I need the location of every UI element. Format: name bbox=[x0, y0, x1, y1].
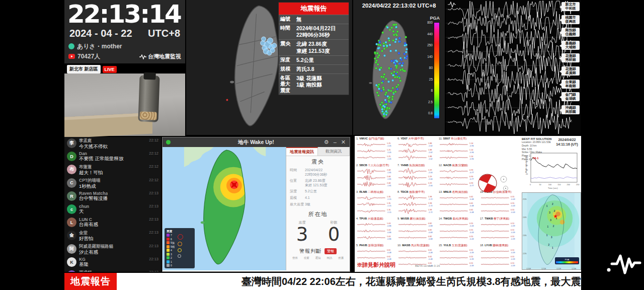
legend-marker bbox=[178, 254, 181, 258]
best-fit-line: Depth: 10 km bbox=[522, 144, 553, 148]
chat-message: 李李孟庭22:12今天搖不停欸 bbox=[64, 137, 161, 150]
legend-level: 5強 bbox=[167, 241, 175, 244]
alert-judgement-title: 警報判斷 bbox=[299, 248, 321, 255]
legend-marker bbox=[178, 242, 182, 246]
beta-version-note: BETA version 0.16 bbox=[415, 264, 440, 267]
close-button[interactable]: ✕ bbox=[341, 139, 346, 146]
report-row: 深度5.2公里 bbox=[279, 55, 349, 64]
pulse-icon bbox=[139, 54, 146, 59]
chat-message: 丙丙戌貓22:13好大 bbox=[64, 269, 161, 272]
svg-text:-1.81: -1.81 bbox=[387, 172, 391, 174]
chat-author: 布蓮蓮 bbox=[79, 164, 92, 170]
streamer-name: ありさ・mother bbox=[77, 42, 122, 51]
chat-message: 金金堂22:13好害怕 bbox=[64, 229, 161, 242]
minimize-button[interactable]: – bbox=[334, 139, 337, 146]
svg-text:-2.00: -2.00 bbox=[428, 185, 433, 187]
legend-level: 3 bbox=[167, 253, 175, 256]
focal-mechanism-beachball bbox=[477, 172, 518, 194]
window-title: 地牛 Wake Up! bbox=[163, 139, 350, 146]
stream-frame: 22:13:14 2024 - 04 - 22 UTC+8 ありさ・mother… bbox=[0, 0, 644, 290]
live-chat-panel[interactable]: 李李孟庭22:12今天搖不停欸DDan22:12不要慌 正常能量釋放布布蓮蓮22… bbox=[64, 137, 161, 272]
svg-text:0.93: 0.93 bbox=[469, 176, 473, 178]
intensity-map[interactable]: 震度 765強5弱43210 bbox=[163, 147, 286, 270]
chat-text: 超大！可怕 bbox=[79, 170, 158, 175]
waveform-wall-panel: 新北市中和區桃園市復興區南投縣信義鄉嘉義縣大埔鄉花蓮縣秀林鄉花蓮縣卓溪鄉台東縣卑… bbox=[446, 0, 581, 135]
chat-message: CCPT的喵喵22:121秒熟成 bbox=[64, 177, 161, 190]
station-tag: 台東縣卑南鄉 bbox=[561, 80, 580, 89]
alert-channels: 音效視窗通知簡訊推播 bbox=[286, 255, 350, 261]
svg-text:-0.39: -0.39 bbox=[511, 225, 515, 227]
svg-text:-0.43: -0.43 bbox=[511, 211, 515, 213]
svg-text:1.25: 1.25 bbox=[387, 142, 390, 144]
svg-text:-0.68: -0.68 bbox=[428, 225, 433, 227]
svg-text:-0.48: -0.48 bbox=[469, 211, 474, 213]
svg-text:1.25: 1.25 bbox=[387, 149, 390, 151]
svg-text:0.51: 0.51 bbox=[511, 256, 514, 258]
svg-text:-2.00: -2.00 bbox=[428, 178, 433, 180]
settings-gear-icon[interactable]: ⚙ bbox=[324, 139, 329, 146]
svg-text:-0.48: -0.48 bbox=[428, 258, 433, 260]
avatar: K bbox=[67, 257, 76, 267]
chat-timestamp: 22:13 bbox=[149, 191, 158, 196]
chat-message: RRaven Matcha22:13台中警報沒播 bbox=[64, 190, 161, 203]
svg-text:1.14: 1.14 bbox=[469, 142, 473, 144]
avatar: R bbox=[67, 191, 76, 201]
chat-author: KG bbox=[79, 257, 86, 262]
svg-text:1.14: 1.14 bbox=[469, 149, 473, 151]
station-tag: 桃園市復興區 bbox=[561, 15, 580, 24]
wakeup-side-panel: 地震速報資訊 觀測資訊 震央 時間2024/04/22 22時06分36秒位置北… bbox=[286, 147, 350, 270]
svg-text:-0.39: -0.39 bbox=[511, 232, 515, 234]
window-titlebar[interactable]: 地牛 Wake Up! ⚙ – ✕ bbox=[163, 137, 350, 147]
svg-text:50: 50 bbox=[539, 184, 541, 186]
svg-text:0.55: 0.55 bbox=[511, 202, 514, 204]
svg-text:0.61: 0.61 bbox=[387, 256, 390, 258]
svg-text:2.08: 2.08 bbox=[387, 176, 390, 178]
legend-level: 1 bbox=[167, 260, 175, 263]
rmt-station-cell: 7. YHNB 魚池(南投縣)2.29-2.002.29-2.002.29-2.… bbox=[397, 164, 438, 190]
svg-text:0: 0 bbox=[530, 184, 531, 186]
tab-observation[interactable]: 觀測資訊 bbox=[318, 147, 350, 156]
svg-text:0.61: 0.61 bbox=[469, 209, 473, 211]
svg-text:0.61: 0.61 bbox=[428, 249, 432, 251]
shakemap-legend: PGA bbox=[555, 257, 579, 264]
map-legend: 震度 765強5弱43210 bbox=[165, 228, 195, 269]
tab-eew-info[interactable]: 地震速報資訊 bbox=[286, 147, 318, 156]
location-title: 所在地 bbox=[286, 210, 350, 218]
svg-text:-1.05: -1.05 bbox=[387, 145, 391, 147]
avatar: C bbox=[67, 178, 76, 188]
station-tag: 花蓮縣卓溪鄉 bbox=[561, 66, 580, 76]
misfit-chart: 59.10501001502002502030405060Misfit redu… bbox=[524, 151, 580, 191]
svg-text:-0.39: -0.39 bbox=[511, 238, 515, 240]
epicenter-field: 最大震度3級 bbox=[286, 201, 350, 207]
svg-text:0.61: 0.61 bbox=[428, 256, 432, 258]
chat-author: LUN C bbox=[79, 217, 92, 222]
svg-text:1: 1 bbox=[552, 247, 553, 249]
svg-text:2.08: 2.08 bbox=[387, 169, 390, 171]
chat-message: cchun22:13天 bbox=[64, 203, 161, 216]
svg-text:150: 150 bbox=[557, 184, 560, 186]
svg-text:100: 100 bbox=[548, 184, 551, 186]
svg-text:-1.62: -1.62 bbox=[428, 158, 433, 160]
avatar: 布 bbox=[67, 165, 76, 174]
svg-text:1.35: 1.35 bbox=[387, 202, 390, 204]
svg-text:-0.96: -0.96 bbox=[469, 158, 474, 160]
svg-text:-0.96: -0.96 bbox=[469, 152, 474, 154]
rmt-datetime: 2024/04/22 14:11:16 (UT) bbox=[553, 137, 581, 147]
svg-text:-0.39: -0.39 bbox=[469, 252, 474, 254]
report-rows: 編號無時間2024年04月22日 22時06分36秒震央北緯 23.86度 東經… bbox=[279, 15, 349, 95]
svg-text:-0.77: -0.77 bbox=[469, 185, 474, 187]
svg-text:-1.72: -1.72 bbox=[428, 211, 433, 213]
svg-text:3: 3 bbox=[551, 236, 552, 239]
svg-text:1.98: 1.98 bbox=[428, 196, 432, 198]
svg-text:-1.15: -1.15 bbox=[387, 211, 391, 213]
svg-text:2: 2 bbox=[553, 225, 554, 228]
svg-text:1.03: 1.03 bbox=[387, 229, 390, 231]
chat-text: 基隆 bbox=[79, 262, 158, 267]
svg-text:2: 2 bbox=[548, 244, 549, 246]
svg-text:0.51: 0.51 bbox=[511, 249, 514, 251]
station-tag: 新北市中和區 bbox=[561, 2, 580, 11]
chat-text: 不要慌 正常能量釋放 bbox=[79, 156, 158, 161]
svg-text:-0.39: -0.39 bbox=[511, 252, 515, 254]
rmt-station-cell: 8. TDCB 德基(臺中市)1.98-1.721.98-1.721.98-1.… bbox=[397, 190, 438, 216]
chat-text: 台中警報沒播 bbox=[79, 196, 158, 201]
